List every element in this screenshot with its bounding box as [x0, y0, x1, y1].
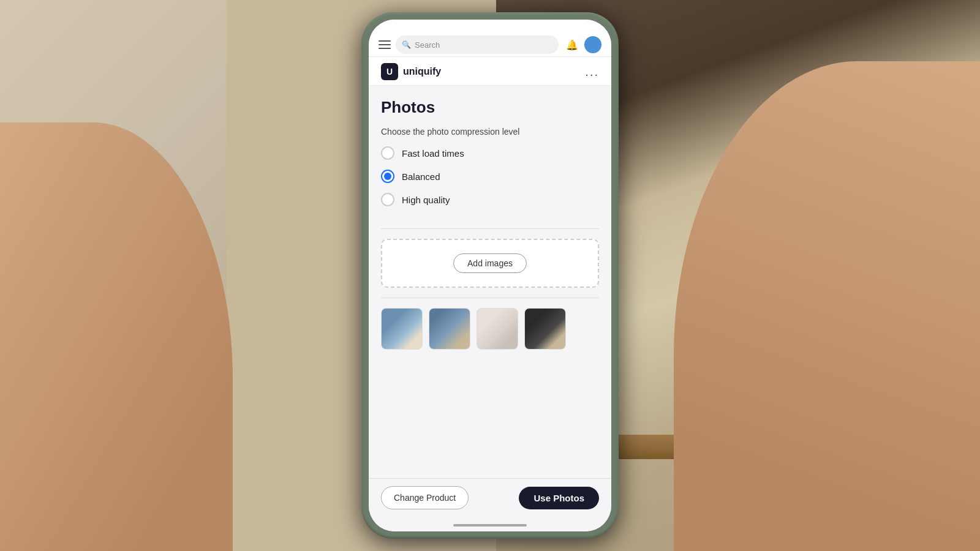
- home-bar: [453, 524, 527, 527]
- search-icon: 🔍: [402, 40, 411, 49]
- compression-section: Choose the photo compression level Fast …: [369, 127, 611, 226]
- phone-topbar: 🔍 Search 🔔: [369, 32, 611, 57]
- page-content: Photos Choose the photo compression leve…: [369, 86, 611, 478]
- use-photos-button[interactable]: Use Photos: [519, 487, 599, 509]
- upload-area[interactable]: Add images: [381, 239, 599, 288]
- app-header: U uniquify ...: [369, 57, 611, 86]
- topbar-icons: 🔔: [564, 36, 601, 53]
- app-logo-icon: U: [381, 63, 398, 80]
- phone-outer-case: 🔍 Search 🔔 U uniquify: [361, 12, 619, 539]
- thumbnail-4[interactable]: [524, 308, 566, 350]
- search-bar[interactable]: 🔍 Search: [396, 36, 559, 54]
- radio-btn-fast[interactable]: [381, 146, 394, 160]
- radio-label-high: High quality: [402, 195, 450, 205]
- home-indicator: [369, 519, 611, 531]
- phone-status-bar: [369, 20, 611, 32]
- radio-btn-high[interactable]: [381, 193, 394, 206]
- add-images-button[interactable]: Add images: [453, 253, 527, 273]
- search-placeholder-text: Search: [415, 40, 440, 50]
- radio-label-fast: Fast load times: [402, 148, 464, 159]
- radio-fast-load[interactable]: Fast load times: [381, 146, 599, 160]
- phone-screen: 🔍 Search 🔔 U uniquify: [369, 20, 611, 531]
- page-title: Photos: [369, 86, 611, 127]
- logo-letter: U: [386, 67, 393, 77]
- thumbnails-row: [369, 308, 611, 359]
- compression-label: Choose the photo compression level: [381, 127, 599, 137]
- thumb-divider: [381, 298, 599, 298]
- thumbnail-3[interactable]: [477, 308, 518, 350]
- thumbnail-1[interactable]: [381, 308, 423, 350]
- app-name: uniquify: [403, 66, 441, 77]
- radio-high-quality[interactable]: High quality: [381, 193, 599, 206]
- hamburger-icon[interactable]: [379, 40, 391, 49]
- more-options-icon[interactable]: ...: [585, 65, 599, 79]
- thumbnail-2[interactable]: [429, 308, 470, 350]
- notification-icon[interactable]: 🔔: [564, 36, 581, 53]
- phone-wrapper: 🔍 Search 🔔 U uniquify: [361, 12, 619, 539]
- user-avatar[interactable]: [584, 36, 601, 53]
- app-logo-row: U uniquify: [381, 63, 441, 80]
- divider-1: [381, 228, 599, 229]
- scene: 🔍 Search 🔔 U uniquify: [0, 0, 980, 551]
- bottom-action-bar: Change Product Use Photos: [369, 478, 611, 519]
- radio-btn-balanced[interactable]: [381, 170, 394, 183]
- change-product-button[interactable]: Change Product: [381, 486, 469, 509]
- radio-balanced[interactable]: Balanced: [381, 170, 599, 183]
- radio-label-balanced: Balanced: [402, 171, 440, 182]
